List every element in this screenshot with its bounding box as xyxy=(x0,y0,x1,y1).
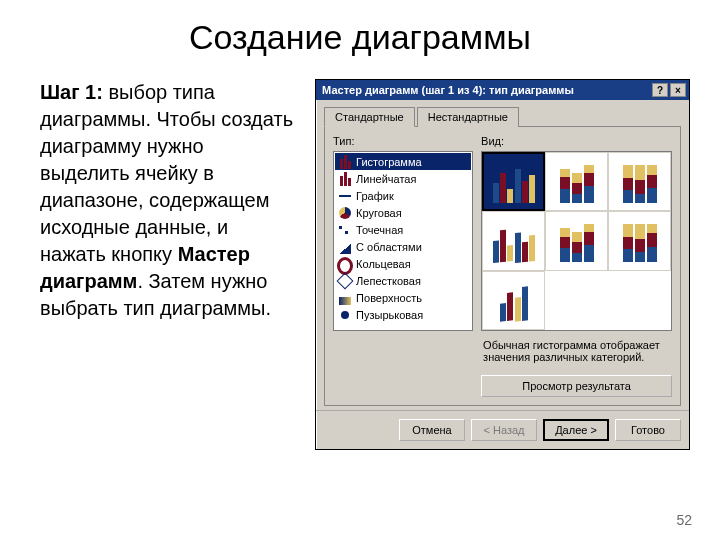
line-icon xyxy=(337,189,353,203)
tabstrip: Стандартные Нестандартные xyxy=(324,106,681,127)
chart-type-item[interactable]: Поверхность xyxy=(335,289,471,306)
help-button[interactable]: ? xyxy=(652,83,668,97)
back-button[interactable]: < Назад xyxy=(471,419,537,441)
preview-button[interactable]: Просмотр результата xyxy=(481,375,672,397)
dialog-button-row: Отмена < Назад Далее > Готово xyxy=(316,410,689,449)
chart-type-item[interactable]: Лепестковая xyxy=(335,272,471,289)
chart-type-label: Лепестковая xyxy=(356,275,421,287)
subtype-100-stacked-column[interactable] xyxy=(608,152,671,211)
cancel-button[interactable]: Отмена xyxy=(399,419,465,441)
surf-icon xyxy=(337,291,353,305)
page-number: 52 xyxy=(676,512,692,528)
subtype-3d-stacked-column[interactable] xyxy=(545,211,608,270)
view-label: Вид: xyxy=(481,135,672,147)
chart-type-item[interactable]: С областями xyxy=(335,238,471,255)
chart-type-label: Линейчатая xyxy=(356,173,416,185)
next-button[interactable]: Далее > xyxy=(543,419,609,441)
chart-type-item[interactable]: Пузырьковая xyxy=(335,306,471,323)
finish-button[interactable]: Готово xyxy=(615,419,681,441)
body-text: Шаг 1: выбор типа диаграммы. Чтобы созда… xyxy=(30,79,297,450)
close-button[interactable]: × xyxy=(670,83,686,97)
subtype-3d-column[interactable] xyxy=(482,271,545,330)
dialog-titlebar[interactable]: Мастер диаграмм (шаг 1 из 4): тип диагра… xyxy=(316,80,689,100)
chart-wizard-dialog: Мастер диаграмм (шаг 1 из 4): тип диагра… xyxy=(315,79,690,450)
chart-type-list[interactable]: ГистограммаЛинейчатаяГрафикКруговаяТочеч… xyxy=(333,151,473,331)
subtype-clustered-column[interactable] xyxy=(482,152,545,211)
body-part-1: выбор типа диаграммы. Чтобы создать диаг… xyxy=(40,81,293,265)
chart-type-label: Круговая xyxy=(356,207,402,219)
chart-type-item[interactable]: Круговая xyxy=(335,204,471,221)
chart-type-label: График xyxy=(356,190,394,202)
chart-type-item[interactable]: Кольцевая xyxy=(335,255,471,272)
radar-icon xyxy=(337,274,353,288)
chart-type-label: Кольцевая xyxy=(356,258,411,270)
chart-type-item[interactable]: Точечная xyxy=(335,221,471,238)
chart-type-label: Гистограмма xyxy=(356,156,422,168)
chart-type-item[interactable]: График xyxy=(335,187,471,204)
subtype-stacked-column[interactable] xyxy=(545,152,608,211)
slide-title: Создание диаграммы xyxy=(30,18,690,57)
step-label: Шаг 1: xyxy=(40,81,103,103)
subtype-3d-100-stacked-column[interactable] xyxy=(608,211,671,270)
type-label: Тип: xyxy=(333,135,473,147)
dialog-title: Мастер диаграмм (шаг 1 из 4): тип диагра… xyxy=(322,84,650,96)
subtype-grid xyxy=(481,151,672,331)
pie-icon xyxy=(337,206,353,220)
bubble-icon xyxy=(337,308,353,322)
chart-type-label: Точечная xyxy=(356,224,403,236)
subtype-description: Обычная гистограмма отображает значения … xyxy=(481,337,672,371)
area-icon xyxy=(337,240,353,254)
chart-type-label: Поверхность xyxy=(356,292,422,304)
bars-icon xyxy=(337,172,353,186)
bars-icon xyxy=(337,155,353,169)
chart-type-label: Пузырьковая xyxy=(356,309,423,321)
scatter-icon xyxy=(337,223,353,237)
tab-custom[interactable]: Нестандартные xyxy=(417,107,519,127)
chart-type-label: С областями xyxy=(356,241,422,253)
ring-icon xyxy=(337,257,353,271)
tab-standard[interactable]: Стандартные xyxy=(324,107,415,127)
subtype-3d-clustered-column[interactable] xyxy=(482,211,545,270)
chart-type-item[interactable]: Гистограмма xyxy=(335,153,471,170)
chart-type-item[interactable]: Линейчатая xyxy=(335,170,471,187)
